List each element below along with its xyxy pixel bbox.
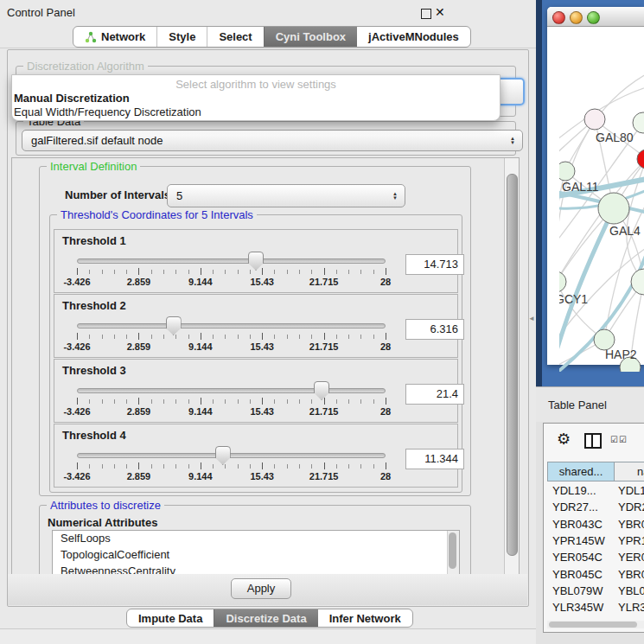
slider-track[interactable] bbox=[77, 453, 386, 458]
tab-impute-data[interactable]: Impute Data bbox=[127, 609, 214, 627]
scrollbar-thumb[interactable] bbox=[507, 174, 518, 556]
dropdown-option-equal-width[interactable]: Equal Width/Frequency Discretization bbox=[14, 105, 201, 118]
cell-name[interactable]: YLR3 bbox=[615, 601, 644, 614]
column-header-name[interactable]: na bbox=[615, 462, 644, 481]
close-traffic-light-icon[interactable] bbox=[552, 11, 565, 24]
gear-icon[interactable]: ⚙ bbox=[557, 430, 571, 449]
tick-label: 28 bbox=[380, 471, 391, 481]
tick-mark bbox=[262, 462, 263, 469]
settings-vertical-scrollbar[interactable] bbox=[504, 158, 519, 574]
table-row[interactable]: YBR045CYBR0 bbox=[547, 565, 644, 582]
table-horizontal-scrollbar[interactable] bbox=[547, 621, 644, 628]
threshold-2-value[interactable]: 6.316 bbox=[405, 319, 464, 340]
node-gal4[interactable] bbox=[598, 193, 629, 224]
node-gcy1[interactable] bbox=[559, 271, 566, 292]
threshold-4-value[interactable]: 11.344 bbox=[405, 449, 464, 469]
threshold-2-slider[interactable]: -3.4262.8599.14415.4321.71528 bbox=[77, 316, 386, 355]
tick-mark bbox=[262, 268, 263, 275]
threshold-panel-4: Threshold 4 -3.4262.8599.14415.4321.7152… bbox=[54, 424, 458, 488]
slider-handle[interactable] bbox=[314, 381, 329, 400]
cell-shared-name[interactable]: YER054C bbox=[547, 551, 615, 564]
number-of-intervals-spinner[interactable]: 5 ▲ ▼ bbox=[167, 184, 405, 207]
panel-resize-grip-icon[interactable]: ◄ bbox=[528, 315, 535, 322]
slider-track[interactable] bbox=[77, 388, 386, 393]
slider-handle[interactable] bbox=[166, 316, 182, 335]
threshold-1-slider[interactable]: -3.4262.8599.14415.4321.71528 bbox=[77, 251, 386, 290]
cell-name[interactable]: YER0 bbox=[615, 551, 644, 564]
slider-track[interactable] bbox=[77, 258, 386, 264]
intervals-value: 5 bbox=[176, 189, 182, 202]
cell-shared-name[interactable]: YDL19... bbox=[547, 484, 615, 497]
cell-shared-name[interactable]: YBR045C bbox=[547, 568, 615, 581]
tab-select[interactable]: Select bbox=[207, 27, 263, 47]
tab-network[interactable]: Network bbox=[73, 27, 156, 47]
columns-icon[interactable] bbox=[584, 433, 602, 449]
tick-label: 15.43 bbox=[250, 471, 274, 481]
table-row[interactable]: YBR043CYBR0 bbox=[547, 516, 644, 532]
threshold-1-value[interactable]: 14.713 bbox=[405, 254, 464, 275]
tab-jactivemnodules[interactable]: jActiveMNodules bbox=[357, 27, 470, 47]
zoom-traffic-light-icon[interactable] bbox=[587, 11, 600, 24]
slider-handle[interactable] bbox=[215, 446, 231, 465]
cell-shared-name[interactable]: YBL079W bbox=[547, 584, 615, 597]
cell-name[interactable]: YBR0 bbox=[615, 568, 644, 581]
cell-name[interactable]: YDL1 bbox=[615, 484, 644, 497]
node-gal80[interactable] bbox=[584, 109, 605, 130]
cell-name[interactable]: YDR2 bbox=[615, 501, 644, 513]
cell-shared-name[interactable]: YLR345W bbox=[547, 601, 615, 614]
table-row[interactable]: YBL079WYBL0 bbox=[547, 583, 644, 599]
network-canvas[interactable]: GAL80 G C GAL11 GAL4 GCY1 H HAP2 bbox=[559, 33, 644, 372]
thresholds-group: Threshold's Coordinates for 5 Intervals … bbox=[49, 214, 462, 493]
threshold-3-value[interactable]: 21.4 bbox=[405, 384, 464, 405]
cell-name[interactable]: YBR0 bbox=[615, 518, 644, 531]
attribute-item[interactable]: SelfLoops bbox=[53, 531, 459, 547]
spinner-stepper-icon: ▲ ▼ bbox=[392, 192, 398, 201]
tab-discretize-data[interactable]: Discretize Data bbox=[214, 609, 317, 627]
numerical-attributes-label: Numerical Attributes bbox=[48, 516, 157, 529]
table-row[interactable]: YDL19...YDL1 bbox=[547, 482, 644, 499]
cell-name[interactable]: YPR1 bbox=[615, 534, 644, 547]
label-gal80: GAL80 bbox=[596, 131, 634, 144]
network-window-titlebar[interactable] bbox=[547, 7, 644, 27]
node-gal11[interactable] bbox=[559, 162, 575, 181]
cell-shared-name[interactable]: YPR145W bbox=[547, 534, 615, 547]
float-window-icon[interactable] bbox=[421, 9, 431, 19]
table-row[interactable]: YER054CYER0 bbox=[547, 549, 644, 565]
tick-mark bbox=[77, 398, 78, 405]
tab-infer-network[interactable]: Infer Network bbox=[318, 609, 412, 627]
tick-label: 15.43 bbox=[250, 277, 274, 287]
threshold-4-slider[interactable]: -3.4262.8599.14415.4321.71528 bbox=[77, 445, 386, 485]
threshold-3-slider[interactable]: -3.4262.8599.14415.4321.71528 bbox=[77, 380, 386, 420]
table-data-combobox[interactable]: galFiltered.sif default node ▲ ▼ bbox=[22, 130, 523, 151]
table-row[interactable]: YLR345WYLR3 bbox=[547, 599, 644, 615]
column-header-shared-name[interactable]: shared... bbox=[547, 462, 615, 481]
slider-ticks bbox=[77, 270, 386, 274]
divider bbox=[0, 48, 536, 48]
cell-shared-name[interactable]: YBR043C bbox=[547, 518, 615, 531]
apply-button[interactable]: Apply bbox=[231, 578, 291, 599]
tab-style[interactable]: Style bbox=[156, 27, 207, 47]
minimize-traffic-light-icon[interactable] bbox=[570, 11, 583, 24]
tab-cyni-toolbox[interactable]: Cyni Toolbox bbox=[264, 27, 357, 47]
attributes-scrollbar[interactable] bbox=[447, 531, 459, 575]
close-icon[interactable]: ✕ bbox=[435, 5, 445, 19]
table-row[interactable]: YPR145WYPR1 bbox=[547, 532, 644, 549]
table-panel: ⚙ ☑☑ shared... na YDL19...YDL1YDR27...YD… bbox=[543, 423, 644, 633]
slider-track[interactable] bbox=[77, 323, 386, 328]
slider-ticks bbox=[77, 464, 386, 469]
cell-shared-name[interactable]: YDR27... bbox=[547, 501, 615, 513]
tick-label: 21.715 bbox=[309, 471, 339, 481]
table-row[interactable]: YDR27...YDR2 bbox=[547, 499, 644, 515]
attribute-item[interactable]: TopologicalCoefficient bbox=[53, 547, 459, 564]
scrollbar-thumb[interactable] bbox=[449, 532, 456, 569]
select-checkboxes-icon[interactable]: ☑☑ bbox=[610, 435, 628, 444]
dropdown-option-manual[interactable]: Manual Discretization bbox=[14, 92, 130, 105]
tick-mark bbox=[201, 333, 201, 340]
node-h[interactable] bbox=[631, 269, 644, 295]
attributes-list[interactable]: SelfLoopsTopologicalCoefficientBetweenne… bbox=[52, 530, 460, 575]
scrollbar-thumb[interactable] bbox=[549, 622, 637, 628]
arrow-down-icon: ▼ bbox=[510, 141, 515, 145]
panel-title: Control Panel bbox=[7, 6, 75, 19]
node-g[interactable] bbox=[633, 112, 644, 133]
cell-name[interactable]: YBL0 bbox=[615, 584, 644, 597]
